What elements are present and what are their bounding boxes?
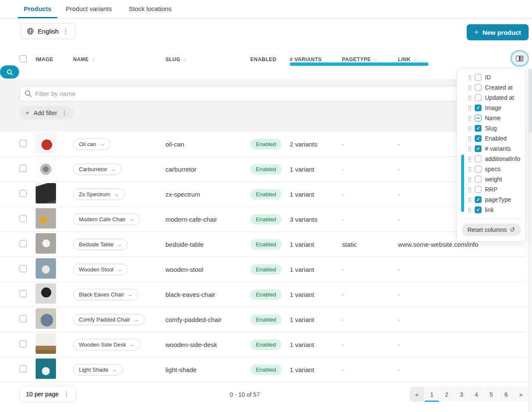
column-checkbox[interactable] [475, 206, 482, 213]
column-checkbox[interactable] [475, 94, 482, 101]
drag-handle-icon[interactable] [468, 136, 471, 141]
sort-icon[interactable]: ↓↑ [183, 57, 186, 62]
row-checkbox[interactable] [20, 215, 27, 222]
column-picker-item[interactable]: Enabled [457, 133, 526, 144]
column-picker-item[interactable]: link [457, 205, 526, 215]
drag-handle-icon[interactable] [468, 177, 471, 182]
column-checkbox[interactable] [475, 115, 482, 121]
product-thumbnail[interactable] [36, 308, 56, 329]
product-thumbnail[interactable] [36, 183, 56, 203]
row-checkbox[interactable] [20, 290, 27, 297]
column-picker-item[interactable]: weight [457, 174, 526, 184]
drag-handle-icon[interactable] [468, 207, 471, 213]
product-name-link[interactable]: Zx Spectrum→ [73, 189, 125, 200]
product-name-link[interactable]: Light Shade→ [73, 364, 123, 375]
page-button-3[interactable]: 3 [454, 387, 469, 402]
column-checkbox[interactable] [475, 196, 482, 203]
product-thumbnail[interactable] [36, 358, 56, 379]
column-picker-item[interactable]: RRP [457, 184, 526, 195]
drag-handle-icon[interactable] [468, 156, 471, 162]
column-header-slug[interactable]: SLUG↓↑ [165, 56, 250, 62]
new-product-button[interactable]: + New product [467, 24, 529, 40]
column-checkbox[interactable] [475, 155, 482, 162]
prev-page-button[interactable]: « [410, 387, 424, 402]
dropdown-scroll-indicator[interactable] [461, 155, 464, 212]
column-picker-item[interactable]: Name [457, 113, 526, 123]
page-button-6[interactable]: 6 [499, 387, 513, 402]
next-page-button[interactable]: » [514, 387, 528, 402]
select-all-checkbox[interactable] [20, 55, 27, 62]
product-thumbnail[interactable] [36, 333, 56, 354]
column-picker-item[interactable]: Created at [457, 82, 526, 93]
language-selector-button[interactable]: English ⋮ [20, 23, 75, 39]
column-picker-item[interactable]: Slug [457, 123, 526, 133]
product-name-link[interactable]: Oil can→ [73, 138, 110, 150]
product-name-link[interactable]: Wooden Stool→ [73, 264, 128, 275]
drag-handle-icon[interactable] [468, 166, 471, 172]
sort-icon[interactable]: ↓↑ [413, 57, 416, 62]
add-filter-button[interactable]: + Add filter ⋮ [20, 106, 74, 119]
drag-handle-icon[interactable] [468, 85, 471, 90]
product-name-link[interactable]: Carburretor→ [73, 164, 121, 175]
product-thumbnail[interactable] [36, 233, 56, 254]
column-picker-item[interactable]: Updated at [457, 93, 526, 103]
column-header-pagetype[interactable]: PAGETYPE↓↑ [342, 56, 398, 62]
tab-product-variants[interactable]: Product variants [57, 0, 120, 18]
page-button-4[interactable]: 4 [469, 387, 484, 402]
items-per-page-button[interactable]: 10 per page ⋮ [20, 386, 76, 402]
column-checkbox[interactable] [475, 74, 482, 81]
kebab-icon[interactable]: ⋮ [62, 28, 69, 35]
product-thumbnail[interactable] [36, 283, 56, 304]
product-name-link[interactable]: Modern Cafe Chair→ [73, 214, 140, 225]
search-toggle-pill[interactable] [0, 65, 19, 79]
column-picker-item[interactable]: Image [457, 103, 526, 113]
drag-handle-icon[interactable] [468, 126, 471, 131]
column-checkbox[interactable] [475, 176, 482, 183]
product-name-link[interactable]: Bedside Table→ [73, 239, 128, 250]
product-thumbnail[interactable] [36, 133, 56, 153]
filter-by-name-input[interactable] [20, 86, 524, 102]
column-checkbox[interactable] [475, 186, 482, 193]
column-settings-button[interactable] [512, 51, 528, 65]
row-checkbox[interactable] [20, 140, 27, 147]
page-button-5[interactable]: 5 [484, 387, 498, 402]
column-checkbox[interactable] [475, 145, 482, 152]
reset-columns-button[interactable]: Reset columns ↺ [462, 223, 521, 236]
drag-handle-icon[interactable] [468, 75, 471, 80]
product-name-link[interactable]: Black Eaves Chair→ [73, 289, 138, 300]
row-checkbox[interactable] [20, 190, 27, 197]
drag-handle-icon[interactable] [468, 105, 471, 111]
row-checkbox[interactable] [20, 315, 27, 322]
product-thumbnail[interactable] [36, 158, 56, 178]
column-checkbox[interactable] [475, 84, 482, 91]
page-button-2[interactable]: 2 [440, 387, 454, 402]
column-checkbox[interactable] [475, 166, 482, 172]
scrollbar-thumb[interactable] [529, 69, 532, 133]
drag-handle-icon[interactable] [468, 187, 471, 192]
row-checkbox[interactable] [20, 340, 27, 347]
column-checkbox[interactable] [475, 104, 482, 111]
drag-handle-icon[interactable] [468, 146, 471, 152]
product-thumbnail[interactable] [36, 208, 56, 229]
tab-stock-locations[interactable]: Stock locations [120, 0, 180, 18]
sort-icon[interactable]: ↓↑ [91, 57, 94, 62]
kebab-icon[interactable]: ⋮ [62, 109, 68, 117]
column-checkbox[interactable] [475, 135, 482, 142]
kebab-icon[interactable]: ⋮ [63, 390, 70, 398]
page-button-1[interactable]: 1 [425, 387, 439, 402]
product-name-link[interactable]: Wooden Side Desk→ [73, 339, 140, 350]
horizontal-scroll-indicator[interactable] [290, 62, 428, 66]
product-thumbnail[interactable] [36, 258, 56, 279]
column-picker-item[interactable]: pageType [457, 195, 526, 205]
column-picker-item[interactable]: additionalInfo [457, 154, 526, 164]
drag-handle-icon[interactable] [468, 116, 471, 121]
column-header-link[interactable]: LINK↓↑ [398, 56, 526, 62]
column-picker-item[interactable]: # variants [457, 144, 526, 154]
tab-products[interactable]: Products [18, 0, 57, 18]
product-name-link[interactable]: Comfy Padded Chair→ [73, 314, 145, 325]
row-checkbox[interactable] [20, 365, 27, 372]
row-checkbox[interactable] [20, 165, 27, 172]
drag-handle-icon[interactable] [468, 95, 471, 101]
row-checkbox[interactable] [20, 240, 27, 247]
vertical-scrollbar[interactable] [528, 68, 532, 412]
